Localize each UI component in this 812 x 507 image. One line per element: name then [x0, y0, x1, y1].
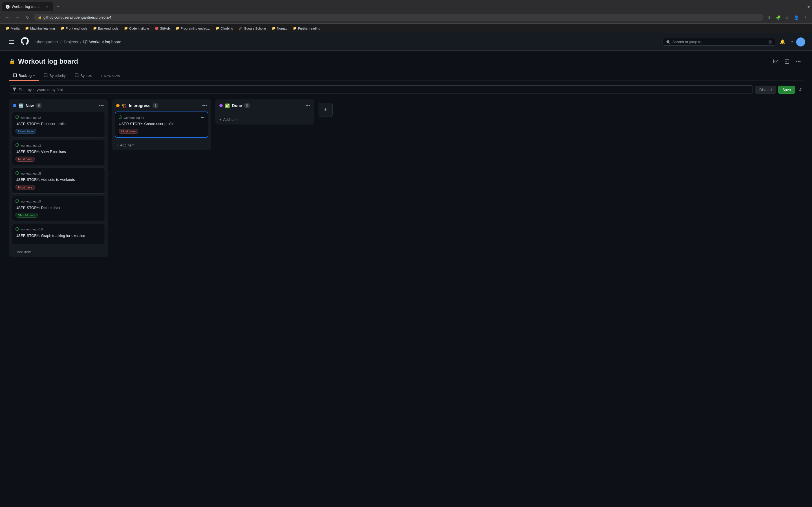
bookmark-github[interactable]: 🐙 GitHub: [153, 25, 172, 31]
search-kbd: /: [769, 40, 772, 44]
card-1-more-button[interactable]: •••: [201, 116, 204, 120]
card-workout-log-9[interactable]: workout-log #9 USER STORY: Delete data S…: [12, 196, 105, 221]
tab-by-size[interactable]: By size: [71, 71, 96, 81]
card-9-label: Should have: [15, 213, 38, 218]
column-in-progress-more-button[interactable]: •••: [202, 103, 207, 108]
column-done-more-button[interactable]: •••: [305, 103, 310, 108]
browser-chrome: G Workout log board ✕ + ▾ ← → ↻ 🔒 github…: [0, 0, 812, 33]
bookmark-folder-icon: 📁: [25, 26, 29, 30]
bookmark-media[interactable]: 📁 Media: [3, 25, 22, 31]
menu-icon[interactable]: ⋮: [802, 14, 809, 21]
reset-button[interactable]: ↺: [797, 86, 803, 93]
filter-bar: Filter by keyword or by field Discard Sa…: [9, 86, 803, 94]
more-options-button[interactable]: •••: [794, 58, 803, 65]
address-actions: ⬇ 🧩 ☆ 👤 ⋮: [766, 14, 809, 21]
tab-by-priority-label: By priority: [49, 73, 66, 78]
tab-favicon: G: [6, 5, 10, 9]
card-3-open-issue-icon: [15, 144, 19, 148]
tab-by-priority[interactable]: By priority: [40, 71, 70, 81]
new-tab-button[interactable]: +: [54, 3, 62, 11]
filter-input[interactable]: Filter by keyword or by field: [9, 86, 753, 94]
bookmark-climbing[interactable]: 📁 Climbing: [213, 25, 236, 31]
column-in-progress-title: In progress: [129, 103, 150, 108]
column-done: ✅ Done 0 ••• + Add item: [215, 100, 314, 124]
bookmark-icon[interactable]: ☆: [784, 14, 791, 21]
in-progress-status-dot: [116, 104, 119, 107]
card-3-title: USER STORY: View Exercises: [15, 149, 101, 154]
column-in-progress-header: 🏗️ In progress 1 •••: [112, 100, 211, 112]
add-item-plus-icon-2: +: [116, 143, 118, 147]
priority-tab-icon: [44, 73, 48, 78]
forward-button[interactable]: →: [13, 13, 21, 21]
column-new-title: New: [26, 103, 34, 108]
bookmark-programming-enviro[interactable]: 📁 Programing enviro...: [173, 25, 212, 31]
column-done-cards: [215, 112, 314, 115]
tab-backlog-dropdown[interactable]: ▾: [33, 74, 35, 77]
notifications-button[interactable]: 🔔: [780, 39, 785, 45]
breadcrumb-projects[interactable]: Projects: [64, 40, 78, 44]
bookmark-folder-icon: 📁: [293, 26, 297, 30]
card-workout-log-2[interactable]: workout-log #2 USER STORY: Edit user pro…: [12, 112, 105, 137]
card-3-label: Must have: [15, 157, 35, 162]
download-icon[interactable]: ⬇: [766, 14, 772, 21]
breadcrumb-user[interactable]: rubengardner: [35, 40, 58, 44]
new-status-dot: [13, 104, 16, 107]
create-new-button[interactable]: +▾: [789, 40, 793, 45]
project-title: 🔒 Workout log board: [9, 57, 78, 65]
bookmark-folder-icon: 📁: [175, 26, 180, 30]
card-workout-log-5[interactable]: workout-log #5 USER STORY: Add sets to w…: [12, 168, 105, 193]
filter-icon: [13, 87, 16, 92]
bookmark-folder-icon: 📁: [6, 26, 10, 30]
bookmark-frontend-tools[interactable]: 📁 Front end tools: [58, 25, 90, 31]
refresh-button[interactable]: ↻: [24, 13, 32, 21]
profile-icon[interactable]: 👤: [793, 14, 800, 21]
add-column-button[interactable]: +: [319, 103, 333, 117]
card-1-label: Must have: [119, 129, 138, 134]
tab-backlog-label: Backlog: [18, 73, 32, 78]
card-2-open-issue-icon: [15, 115, 19, 120]
active-tab[interactable]: G Workout log board ✕: [2, 2, 53, 11]
bookmark-backend-tools[interactable]: 📁 Backend tools: [91, 25, 121, 31]
window-controls[interactable]: ▾: [808, 4, 810, 10]
search-box[interactable]: Search or jump to... /: [663, 38, 775, 46]
card-10-issue-ref: workout-log #10: [15, 227, 101, 231]
tab-backlog[interactable]: Backlog ▾: [9, 71, 39, 81]
user-avatar[interactable]: R: [796, 38, 805, 47]
column-new-add-item-button[interactable]: + Add item: [9, 247, 108, 257]
bookmark-google-scholar[interactable]: 🎓 Google Scholar: [237, 25, 268, 31]
insights-button[interactable]: [771, 58, 780, 65]
bookmark-further-reading[interactable]: 📁 Further reading: [291, 25, 322, 31]
column-new-count: 9: [36, 103, 42, 108]
column-done-add-item-button[interactable]: + Add item: [215, 115, 314, 124]
add-item-label-2: Add item: [120, 143, 135, 147]
new-view-button[interactable]: + New View: [97, 71, 123, 80]
column-new-cards: workout-log #2 USER STORY: Edit user pro…: [9, 112, 108, 247]
done-status-dot: [219, 104, 223, 107]
card-workout-log-3[interactable]: workout-log #3 USER STORY: View Exercise…: [12, 140, 105, 165]
bookmark-machine-learning[interactable]: 📁 Machine learning: [23, 25, 57, 31]
hamburger-menu-button[interactable]: [7, 38, 16, 46]
tab-close-button[interactable]: ✕: [45, 4, 50, 9]
column-new-more-button[interactable]: •••: [99, 103, 104, 108]
filter-placeholder-text: Filter by keyword or by field: [18, 88, 63, 92]
discard-button[interactable]: Discard: [755, 86, 776, 94]
tab-bar: G Workout log board ✕ + ▾: [0, 0, 812, 11]
card-2-issue-ref: workout-log #2: [15, 115, 101, 120]
url-input[interactable]: 🔒 github.com/users/rubengardner/projects…: [34, 14, 763, 21]
extension-icon[interactable]: 🧩: [775, 14, 781, 21]
card-workout-log-10[interactable]: workout-log #10 USER STORY: Graph tracki…: [12, 224, 105, 244]
bookmark-folder-icon: 📁: [124, 26, 128, 30]
column-in-progress-add-item-button[interactable]: + Add item: [112, 140, 211, 150]
github-logo[interactable]: [21, 37, 29, 47]
bookmark-code-institute[interactable]: 📁 Code Institute: [122, 25, 151, 31]
bookmark-nomad[interactable]: 📁 Nomad: [269, 25, 290, 31]
card-workout-log-1[interactable]: workout-log #1 ••• USER STORY: Create us…: [115, 112, 208, 137]
page-content: 🔒 Workout log board ••• Backlog ▾ By: [0, 51, 812, 270]
layout-button[interactable]: [782, 58, 792, 65]
svg-text:G: G: [7, 6, 8, 8]
bookmark-folder-icon: 📁: [215, 26, 219, 30]
save-button[interactable]: Save: [778, 86, 795, 94]
in-progress-status-emoji: 🏗️: [122, 103, 126, 108]
card-1-title: USER STORY: Create user profile: [119, 121, 204, 126]
back-button[interactable]: ←: [3, 13, 11, 21]
